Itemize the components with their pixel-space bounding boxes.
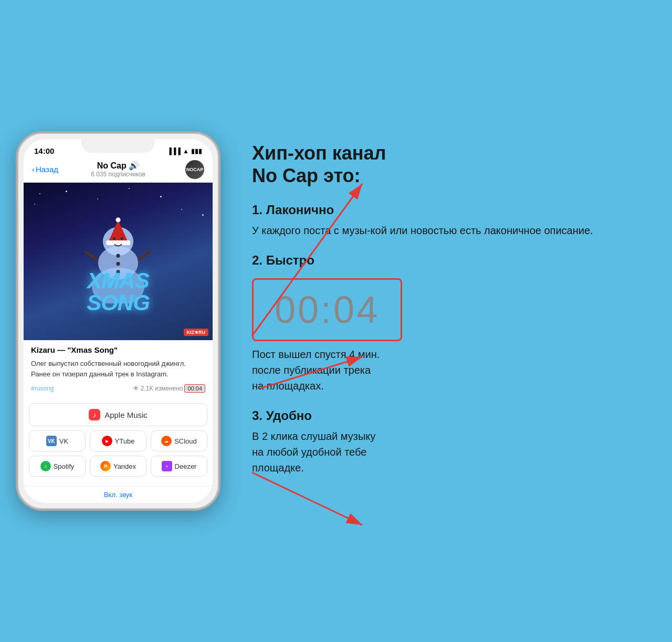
section1-heading: 1. Лаконично (252, 203, 656, 217)
battery-icon: ▮▮▮ (191, 148, 202, 155)
back-label: Назад (36, 165, 58, 174)
star-6 (181, 209, 182, 210)
section3-heading: 3. Удобно (252, 408, 656, 423)
apple-music-button[interactable]: ♪ Apple Music (29, 403, 207, 426)
nav-bar: ‹ Назад No Cap 🔊 6 035 подписчиков NOCAP (24, 157, 213, 183)
section2-text-line1: Пост вышел спустя 4 мин. (252, 349, 380, 360)
apple-music-icon: ♪ (89, 409, 100, 420)
song-label: SONG (24, 292, 213, 314)
svg-point-11 (116, 262, 120, 266)
svg-line-9 (138, 251, 151, 260)
scloud-icon: ☁ (161, 436, 172, 446)
nav-title-area: No Cap 🔊 6 035 подписчиков (91, 161, 145, 178)
ytube-icon: ▶ (102, 436, 112, 446)
post-views: 👁 2,1К изменено 00:04 (133, 384, 205, 393)
notch (81, 139, 155, 153)
svg-point-5 (116, 217, 120, 222)
channel-name: No Cap 🔊 (91, 161, 145, 171)
wifi-icon: ▲ (183, 148, 189, 155)
streaming-row-2: ♫ Spotify Я Yandex ≡ Deezer (29, 456, 207, 477)
signal-icon: ▐▐▐ (167, 148, 181, 155)
svg-point-7 (121, 237, 123, 240)
ytube-button[interactable]: ▶ YTube (90, 430, 146, 451)
main-title: Хип-хоп канал No Cap это: (252, 142, 656, 187)
album-art-content: XMAS SONG KIZ★RU (24, 183, 213, 340)
section3-text-line1: В 2 клика слушай музыку (252, 430, 375, 442)
star-1 (39, 193, 40, 194)
ytube-label: YTube (115, 437, 135, 445)
svg-point-6 (113, 237, 116, 240)
spotify-label: Spotify (54, 462, 75, 470)
star-4 (129, 188, 130, 189)
kiz-badge: KIZ★RU (184, 329, 209, 336)
chevron-left-icon: ‹ (32, 165, 35, 174)
post-time-badge: 00:04 (184, 384, 205, 393)
section2-heading: 2. Быстро (252, 253, 656, 268)
back-button[interactable]: ‹ Назад (32, 165, 58, 174)
star-5 (160, 196, 162, 197)
section-1: 1. Лаконично У каждого поста с музы-кой … (252, 203, 656, 238)
subscriber-count: 6 035 подписчиков (91, 171, 145, 178)
section2-text-line3: на площадках. (252, 380, 324, 392)
section-3: 3. Удобно В 2 клика слушай музыку на люб… (252, 408, 656, 476)
section3-text-line2: на любой удобной тебе (252, 446, 366, 458)
vk-button[interactable]: VK VK (29, 430, 86, 451)
post-hashtag: #rusong (31, 385, 54, 392)
status-time: 14:00 (34, 146, 54, 155)
avatar-text: NOCAP (186, 167, 204, 172)
vk-label: VK (59, 437, 68, 445)
phone-mockup: 14:00 ▐▐▐ ▲ ▮▮▮ ‹ Назад No Cap 🔊 (16, 131, 220, 511)
streaming-row-1: VK VK ▶ YTube ☁ SCloud (29, 430, 207, 451)
right-panel: Хип-хоп канал No Cap это: 1. Лаконично У… (252, 131, 656, 490)
spotify-icon: ♫ (40, 461, 51, 471)
timer-box: 00:04 (252, 278, 402, 341)
eye-icon: 👁 (133, 385, 139, 392)
views-count: 2,1К изменено (141, 385, 183, 392)
svg-rect-4 (106, 240, 130, 245)
post-text: Олег выпустил собственный новогодний джи… (31, 359, 205, 379)
deezer-icon: ≡ (162, 461, 172, 471)
scloud-button[interactable]: ☁ SCloud (151, 430, 207, 451)
timer-value: 00:04 (275, 289, 380, 331)
deezer-label: Deezer (175, 462, 197, 470)
status-icons: ▐▐▐ ▲ ▮▮▮ (167, 148, 202, 155)
section3-text: В 2 клика слушай музыку на любой удобной… (252, 428, 656, 476)
sound-toggle-label: Вкл. звук (104, 491, 132, 499)
vk-icon: VK (46, 436, 57, 446)
xmas-label: XMAS (24, 270, 213, 292)
phone-screen: 14:00 ▐▐▐ ▲ ▮▮▮ ‹ Назад No Cap 🔊 (24, 139, 213, 503)
yandex-label: Yandex (113, 462, 136, 470)
main-container: 14:00 ▐▐▐ ▲ ▮▮▮ ‹ Назад No Cap 🔊 (16, 131, 656, 511)
music-buttons: ♪ Apple Music VK VK ▶ YTube ☁ (24, 403, 213, 486)
svg-point-10 (116, 254, 120, 257)
album-art: XMAS SONG KIZ★RU (24, 183, 213, 340)
section2-text-line2: после публикации трека (252, 364, 371, 376)
post-title: Kizaru — "Xmas Song" (31, 345, 205, 354)
section1-text: У каждого поста с музы-кой или новостью … (252, 223, 656, 238)
spotify-button[interactable]: ♫ Spotify (29, 456, 86, 477)
yandex-button[interactable]: Я Yandex (90, 456, 146, 477)
channel-avatar[interactable]: NOCAP (185, 160, 204, 179)
section3-text-line3: площадке. (252, 462, 304, 473)
album-xmas-text: XMAS SONG (24, 270, 213, 314)
apple-music-label: Apple Music (104, 411, 148, 419)
deezer-button[interactable]: ≡ Deezer (151, 456, 207, 477)
post-footer: #rusong 👁 2,1К изменено 00:04 (31, 384, 205, 393)
main-title-line1: Хип-хоп канал (252, 142, 386, 164)
section-2: 2. Быстро 00:04 Пост вышел спустя 4 мин.… (252, 253, 656, 394)
star-7 (34, 204, 35, 205)
star-8 (202, 214, 204, 216)
main-title-line2: No Cap это: (252, 165, 361, 186)
scloud-label: SCloud (174, 437, 197, 445)
svg-line-8 (85, 251, 98, 260)
phone-bottom-action[interactable]: Вкл. звук (24, 486, 213, 503)
star-2 (66, 191, 67, 192)
yandex-icon: Я (100, 461, 111, 471)
post-content: Kizaru — "Xmas Song" Олег выпустил собст… (24, 340, 213, 403)
phone-frame: 14:00 ▐▐▐ ▲ ▮▮▮ ‹ Назад No Cap 🔊 (16, 131, 220, 511)
section2-text: Пост вышел спустя 4 мин. после публикаци… (252, 346, 656, 394)
